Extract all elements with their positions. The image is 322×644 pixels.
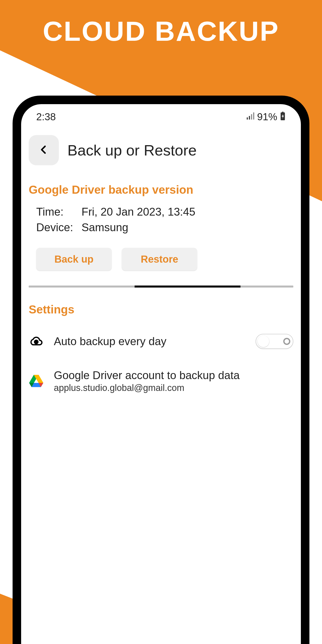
progress-fill — [135, 286, 240, 288]
section-heading-settings: Settings — [29, 290, 293, 324]
svg-rect-3 — [253, 112, 254, 119]
chevron-left-icon — [39, 145, 49, 156]
battery-charging-icon — [280, 111, 286, 123]
backup-time-label: Time: — [36, 206, 74, 218]
svg-rect-2 — [251, 114, 252, 119]
backup-button[interactable]: Back up — [36, 248, 112, 270]
section-heading-backup: Google Driver backup version — [29, 173, 293, 204]
status-bar: 2:38 91% — [29, 109, 293, 125]
signal-icon — [246, 111, 255, 123]
svg-rect-4 — [282, 112, 284, 112]
backup-info: Time: Fri, 20 Jan 2023, 13:45 Device: Sa… — [29, 204, 293, 235]
google-drive-icon — [29, 375, 44, 387]
auto-backup-toggle[interactable] — [256, 334, 293, 349]
svg-rect-1 — [249, 116, 250, 119]
back-button[interactable] — [29, 135, 59, 165]
action-buttons: Back up Restore — [29, 235, 293, 278]
promo-title: CLOUD BACKUP — [0, 15, 322, 47]
setting-auto-backup[interactable]: Auto backup every day — [29, 324, 293, 359]
backup-device-label: Device: — [36, 221, 74, 234]
account-label: Google Driver account to backup data — [54, 369, 293, 382]
account-value: applus.studio.global@gmail.com — [54, 382, 293, 393]
svg-marker-18 — [29, 375, 34, 383]
setting-account[interactable]: Google Driver account to backup data app… — [29, 359, 293, 403]
phone-screen: 2:38 91% Back up or Restor — [21, 104, 301, 644]
toggle-thumb — [258, 336, 269, 347]
svg-point-8 — [36, 341, 37, 343]
backup-time-value: Fri, 20 Jan 2023, 13:45 — [82, 206, 195, 218]
page-header: Back up or Restore — [29, 125, 293, 173]
backup-device-value: Samsung — [82, 221, 128, 234]
backup-device-row: Device: Samsung — [36, 220, 293, 235]
page-title: Back up or Restore — [67, 142, 197, 159]
status-battery-text: 91% — [257, 111, 277, 123]
status-time: 2:38 — [36, 111, 56, 123]
phone-frame: 2:38 91% Back up or Restor — [13, 96, 309, 644]
promo-stage: CLOUD BACKUP 2:38 91% — [0, 0, 322, 644]
status-right: 91% — [246, 111, 286, 123]
backup-time-row: Time: Fri, 20 Jan 2023, 13:45 — [36, 204, 293, 220]
progress-bar[interactable] — [29, 286, 293, 288]
auto-backup-label: Auto backup every day — [54, 335, 246, 348]
cloud-backup-icon — [29, 335, 44, 348]
restore-button[interactable]: Restore — [122, 248, 197, 270]
toggle-indicator — [283, 338, 290, 345]
svg-rect-0 — [247, 117, 248, 120]
